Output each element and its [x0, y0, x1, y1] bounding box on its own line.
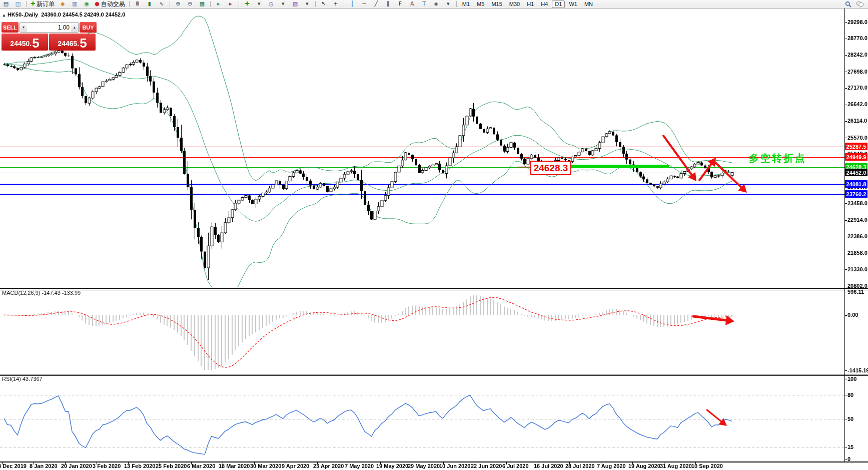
line-chart-button[interactable]: ∿ [156, 0, 167, 8]
new-chart-button[interactable]: ▤ [1, 0, 12, 8]
trading-terminal: ▤◫✚新订单◆▥◉●自动交易Ⅲ▮∿⊕⊖▦▸▸✚▾◷▾▧▾↖+│─╱∥FAT◈▾ … [0, 0, 868, 470]
toolbar-separator [456, 1, 457, 7]
price-tick-label: 27170.0 [847, 85, 867, 91]
buy-price-box[interactable]: 24465.5 [49, 34, 96, 51]
crosshair-button[interactable]: + [330, 0, 341, 8]
profiles-button[interactable]: ◫ [13, 0, 24, 8]
new-order-button[interactable]: ✚新订单 [29, 0, 56, 8]
templates-button[interactable]: ▧ [290, 0, 301, 8]
equidistant-channel-button[interactable]: ∥ [383, 0, 394, 8]
chart-shift-icon: ▸ [229, 1, 232, 8]
date-tick-label: 28 Jul 2020 [565, 463, 595, 469]
date-tick-label: 19 Aug 2020 [628, 463, 660, 469]
autotrading-button[interactable]: ●自动交易 [93, 0, 127, 8]
rsi-tick-label: 50 [847, 416, 853, 422]
zoom-in-button[interactable]: ⊕ [173, 0, 184, 8]
date-tick-label: 30 Mar 2020 [250, 463, 281, 469]
candles-chart-button[interactable]: ▮ [144, 0, 155, 8]
symbol-marker-icon: ▲ [2, 13, 6, 18]
toolbar-separator [210, 1, 211, 7]
chart-shift-button[interactable]: ▸ [225, 0, 236, 8]
price-tick-label: 29298.0 [847, 19, 867, 25]
periods-clock-icon: ◷ [269, 1, 274, 8]
indicators-add-button[interactable]: ✚ [242, 0, 253, 8]
zoom-out-button[interactable]: ⊖ [185, 0, 196, 8]
autotrading-button-label: 自动交易 [101, 0, 125, 9]
search-button[interactable] [842, 0, 853, 8]
toolbar: ▤◫✚新订单◆▥◉●自动交易Ⅲ▮∿⊕⊖▦▸▸✚▾◷▾▧▾↖+│─╱∥FAT◈▾ … [0, 0, 868, 9]
price-chart-canvas[interactable] [0, 0, 868, 470]
arrows-button[interactable]: ◈ [431, 0, 442, 8]
date-tick-label: 7 May 2020 [345, 463, 374, 469]
timeframe-w1[interactable]: W1 [566, 1, 580, 8]
profiles-icon: ◫ [16, 1, 21, 8]
price-tick-label: 22914.0 [847, 217, 867, 223]
timeframe-h1[interactable]: H1 [524, 1, 537, 8]
toolbar-separator [170, 1, 170, 7]
rsi-tick-label: 80 [847, 392, 853, 398]
date-tick-label: 23 Apr 2020 [313, 463, 344, 469]
price-tick-label: 22386.0 [847, 233, 867, 239]
auto-scroll-button[interactable]: ▸ [213, 0, 224, 8]
sell-price-box[interactable]: 24450.5 [2, 34, 48, 51]
timeframe-d1[interactable]: D1 [552, 1, 565, 8]
macd-tick-label: 596.11 [847, 289, 864, 295]
sell-button[interactable]: SELL [2, 22, 19, 33]
text-button[interactable]: A [407, 0, 418, 8]
volume-increase-button[interactable]: ▲ [71, 23, 78, 32]
buy-button[interactable]: BUY [80, 22, 97, 33]
bars-chart-icon: Ⅲ [136, 1, 140, 8]
timeframe-h4[interactable]: H4 [538, 1, 551, 8]
chart-symbol: HK50-,Daily [8, 12, 38, 18]
chat-button[interactable] [854, 0, 865, 8]
price-tick-label: 21858.0 [847, 250, 867, 256]
timeframe-m15[interactable]: M15 [488, 1, 505, 8]
styles-bucket-button[interactable]: ◆ [57, 0, 68, 8]
timeframe-m5[interactable]: M5 [474, 1, 487, 8]
macd-label: MACD(12,26,9) -147.43 -133.99 [2, 290, 81, 296]
terminal-button[interactable]: ▥ [69, 0, 80, 8]
arrows-dropdown[interactable]: ▾ [443, 0, 454, 8]
templates-dropdown[interactable]: ▾ [302, 0, 313, 8]
tile-windows-icon: ▦ [200, 1, 205, 8]
vertical-line-button[interactable]: │ [347, 0, 358, 8]
periods-clock-button[interactable]: ◷ [266, 0, 277, 8]
macd-tick-label: 0.00 [847, 312, 858, 318]
trendline-icon: ╱ [375, 1, 378, 8]
templates-icon: ▧ [293, 1, 298, 8]
price-line-badge: 24452.0 [845, 169, 867, 176]
zoom-out-icon: ⊖ [188, 1, 192, 8]
line-chart-icon: ∿ [159, 1, 164, 8]
text-label-button[interactable]: T [419, 0, 430, 8]
trendline-button[interactable]: ╱ [371, 0, 382, 8]
volume-input[interactable] [27, 23, 71, 32]
timeframe-m1[interactable]: M1 [459, 1, 473, 8]
chat-icon [856, 1, 864, 8]
indicators-dropdown[interactable]: ▾ [254, 0, 265, 8]
auto-scroll-icon: ▸ [217, 1, 220, 8]
fibonacci-button[interactable]: F [395, 0, 406, 8]
tile-windows-button[interactable]: ▦ [197, 0, 208, 8]
cursor-button[interactable]: ↖ [318, 0, 329, 8]
cursor-icon: ↖ [321, 1, 326, 8]
timeframe-m30[interactable]: M30 [506, 1, 523, 8]
timeframe-mn[interactable]: MN [581, 1, 596, 8]
periods-dropdown-icon: ▾ [282, 1, 285, 8]
buy-price-frac: 5 [80, 37, 87, 50]
styles-bucket-icon: ◆ [61, 1, 65, 8]
bars-chart-button[interactable]: Ⅲ [132, 0, 143, 8]
date-tick-label: 31 Aug 2020 [660, 463, 692, 469]
horizontal-line-icon: ─ [363, 1, 366, 8]
chart-ohlc: 24360.0 24454.5 24249.0 24452.0 [41, 12, 125, 18]
price-callout-label[interactable]: 24628.3 [530, 161, 571, 175]
date-tick-label: 16 Jul 2020 [534, 463, 563, 469]
price-line-badge: 25287.5 [845, 143, 867, 150]
volume-decrease-button[interactable]: ▼ [20, 23, 27, 32]
price-tick-label: 27698.0 [847, 69, 867, 75]
horizontal-line-button[interactable]: ─ [359, 0, 370, 8]
candles-chart-icon: ▮ [148, 1, 151, 8]
fibonacci-icon: F [399, 1, 402, 8]
periods-dropdown[interactable]: ▾ [278, 0, 289, 8]
turning-point-annotation[interactable]: 多空转折点 [749, 152, 806, 165]
signal-button[interactable]: ◉ [81, 0, 92, 8]
